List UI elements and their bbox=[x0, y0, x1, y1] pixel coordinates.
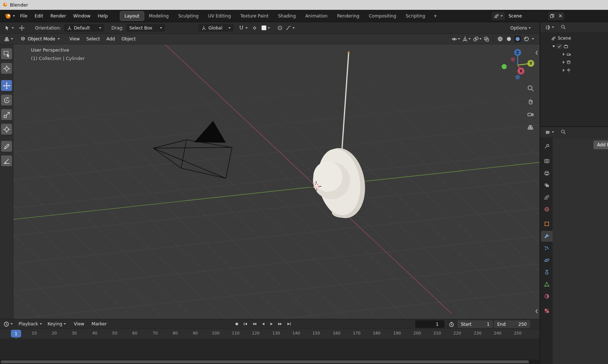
zoom-button[interactable] bbox=[526, 83, 535, 93]
menu-window[interactable]: Window bbox=[70, 12, 94, 20]
menu-object[interactable]: Object bbox=[118, 35, 139, 43]
properties-tab-object[interactable] bbox=[541, 218, 553, 229]
tool-move[interactable] bbox=[1, 80, 12, 91]
menu-render[interactable]: Render bbox=[47, 12, 70, 20]
frame-end-field[interactable]: End 250 bbox=[494, 320, 530, 328]
shading-rendered-button[interactable] bbox=[523, 36, 530, 42]
options-dropdown[interactable]: Options bbox=[509, 25, 532, 31]
tab-scripting[interactable]: Scripting bbox=[401, 12, 429, 20]
properties-tab-modifiers[interactable] bbox=[541, 231, 553, 242]
scrollbar-thumb[interactable] bbox=[1, 360, 529, 363]
editor-type-selector[interactable] bbox=[3, 36, 15, 43]
overlays-dropdown[interactable] bbox=[473, 36, 482, 42]
timeline-marker-menu[interactable]: Marker bbox=[88, 320, 110, 328]
properties-editor-type-selector[interactable] bbox=[544, 129, 556, 136]
tool-measure[interactable] bbox=[1, 155, 12, 166]
menu-file[interactable]: File bbox=[16, 12, 31, 20]
camera-view-button[interactable] bbox=[526, 110, 535, 119]
frame-start-field[interactable]: Start 1 bbox=[458, 320, 493, 328]
properties-search-button[interactable] bbox=[561, 129, 566, 135]
tool-cursor[interactable] bbox=[1, 63, 12, 74]
jump-to-end-button[interactable] bbox=[285, 320, 293, 328]
tool-annotate[interactable] bbox=[1, 141, 12, 152]
next-keyframe-button[interactable] bbox=[276, 320, 285, 328]
tool-select-box[interactable] bbox=[1, 48, 12, 59]
shading-solid-button[interactable] bbox=[506, 36, 512, 42]
proportional-falloff-dropdown[interactable] bbox=[284, 24, 296, 31]
menu-select[interactable]: Select bbox=[83, 35, 103, 43]
tab-layout[interactable]: Layout bbox=[120, 12, 144, 20]
orientation-dropdown[interactable]: Default bbox=[64, 24, 104, 32]
browse-scene-button[interactable] bbox=[492, 12, 505, 20]
properties-tab-particles[interactable] bbox=[541, 243, 553, 254]
tab-uv-editing[interactable]: UV Editing bbox=[204, 12, 235, 20]
scene-name-field[interactable]: Scene bbox=[505, 12, 548, 20]
tool-rotate[interactable] bbox=[1, 95, 12, 106]
timeline-view-menu[interactable]: View bbox=[70, 320, 88, 328]
cylinder-object[interactable] bbox=[313, 51, 370, 221]
camera-object[interactable] bbox=[153, 140, 232, 178]
timeline-editor-type-selector[interactable] bbox=[2, 321, 14, 328]
expand-arrow-icon[interactable] bbox=[552, 46, 555, 47]
use-preview-range-button[interactable] bbox=[447, 320, 456, 328]
tab-rendering[interactable]: Rendering bbox=[333, 12, 364, 20]
sidebar-expand-arrow[interactable] bbox=[535, 50, 539, 55]
outliner-editor-type-selector[interactable] bbox=[544, 24, 556, 31]
shading-material-button[interactable] bbox=[514, 36, 521, 42]
navigation-gizmo[interactable]: Z Y X bbox=[502, 49, 534, 80]
proportional-editing-toggle[interactable] bbox=[276, 24, 284, 31]
tab-sculpting[interactable]: Sculpting bbox=[174, 12, 203, 20]
timeline-track-area[interactable] bbox=[0, 339, 540, 360]
outliner-item-collection[interactable] bbox=[540, 42, 608, 50]
collapsed-arrow-icon[interactable] bbox=[563, 61, 565, 64]
timeline-ruler[interactable]: 10 20 30 40 50 60 70 80 90 100 110 120 1… bbox=[0, 329, 540, 339]
tab-texture-paint[interactable]: Texture Paint bbox=[236, 12, 273, 20]
collapsed-arrow-icon[interactable] bbox=[563, 69, 565, 72]
bottom-expand-arrow[interactable] bbox=[535, 309, 539, 314]
properties-tab-object-data[interactable] bbox=[541, 279, 553, 290]
xray-toggle[interactable] bbox=[484, 36, 489, 42]
tab-shading[interactable]: Shading bbox=[274, 12, 300, 20]
gizmo-neg-x-ball[interactable] bbox=[511, 58, 515, 62]
properties-tab-view-layer[interactable] bbox=[541, 180, 553, 191]
properties-tab-tool[interactable] bbox=[541, 141, 553, 152]
viewport-3d[interactable]: Z Y X User Perspective (1) Collection | … bbox=[13, 44, 540, 319]
play-button[interactable] bbox=[267, 320, 276, 328]
unlink-scene-button[interactable] bbox=[556, 12, 564, 20]
object-visibility-dropdown[interactable] bbox=[451, 36, 460, 42]
orthographic-toggle-button[interactable] bbox=[526, 123, 535, 132]
pan-button[interactable] bbox=[526, 96, 535, 106]
tool-transform[interactable] bbox=[1, 124, 12, 135]
playback-menu[interactable]: Playback bbox=[17, 321, 43, 327]
shading-wireframe-button[interactable] bbox=[497, 36, 503, 42]
add-workspace-button[interactable]: + bbox=[430, 12, 440, 20]
gizmo-neg-y-ball[interactable] bbox=[502, 64, 507, 69]
tab-animation[interactable]: Animation bbox=[301, 12, 332, 20]
new-scene-button[interactable] bbox=[548, 12, 556, 20]
current-frame-field[interactable]: 1 bbox=[415, 320, 444, 328]
gizmos-dropdown[interactable] bbox=[462, 36, 471, 42]
outliner-item-cylinder[interactable] bbox=[540, 58, 608, 66]
menu-view[interactable]: View bbox=[66, 35, 83, 43]
properties-tab-output[interactable] bbox=[541, 168, 553, 179]
menu-help[interactable]: Help bbox=[94, 12, 111, 20]
properties-tab-material[interactable] bbox=[541, 291, 553, 302]
prev-keyframe-button[interactable] bbox=[250, 320, 258, 328]
gizmo-neg-z-ball[interactable] bbox=[515, 75, 520, 80]
snap-with-dropdown[interactable] bbox=[260, 25, 271, 31]
tab-modeling[interactable]: Modeling bbox=[145, 12, 173, 20]
mode-dropdown[interactable]: Object Mode bbox=[17, 36, 63, 42]
transform-orientation-dropdown[interactable]: Global bbox=[199, 24, 234, 32]
properties-tab-world[interactable] bbox=[541, 204, 553, 215]
snapping-toggle[interactable] bbox=[237, 24, 249, 31]
auto-keying-record-button[interactable] bbox=[232, 320, 241, 328]
properties-tab-scene[interactable] bbox=[541, 192, 553, 203]
properties-tab-texture[interactable] bbox=[541, 305, 553, 316]
jump-to-start-button[interactable] bbox=[241, 320, 250, 328]
tab-compositing[interactable]: Compositing bbox=[364, 12, 400, 20]
play-reverse-button[interactable] bbox=[259, 320, 267, 328]
menu-add[interactable]: Add bbox=[103, 35, 118, 43]
outliner-item-light[interactable] bbox=[540, 66, 608, 74]
menu-edit[interactable]: Edit bbox=[31, 12, 47, 20]
playhead-current-frame[interactable]: 1 bbox=[11, 330, 21, 337]
